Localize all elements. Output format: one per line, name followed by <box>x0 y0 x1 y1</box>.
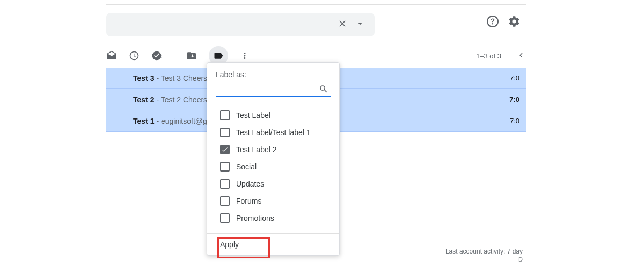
checkbox-icon[interactable] <box>220 145 230 154</box>
search-bar[interactable] <box>106 13 375 36</box>
checkbox-icon[interactable] <box>220 213 230 223</box>
label-search-input[interactable] <box>216 83 331 97</box>
footer-small: D <box>518 256 523 263</box>
popup-title: Label as: <box>207 70 339 83</box>
email-subject: Test 3 <box>133 74 154 83</box>
clear-search-icon[interactable] <box>337 18 348 31</box>
label-item[interactable]: Test Label <box>207 107 339 124</box>
more-icon[interactable] <box>240 51 250 61</box>
email-subject: Test 1 <box>133 117 154 125</box>
email-subject: Test 2 <box>133 95 154 104</box>
checkbox-icon[interactable] <box>220 128 230 137</box>
label-item[interactable]: Forums <box>207 192 339 210</box>
apply-button[interactable]: Apply <box>207 234 339 255</box>
footer-activity: Last account activity: 7 day <box>445 248 523 255</box>
label-name: Test Label 2 <box>236 145 277 154</box>
label-item[interactable]: Social <box>207 158 339 175</box>
checkbox-icon[interactable] <box>220 162 230 172</box>
email-preview: - euginitsoft@g <box>156 117 207 125</box>
label-name: Test Label <box>236 111 270 120</box>
label-item[interactable]: Test Label/Test label 1 <box>207 124 339 141</box>
label-item[interactable]: Promotions <box>207 210 339 227</box>
label-name: Test Label/Test label 1 <box>236 128 311 137</box>
label-item[interactable]: Test Label 2 <box>207 141 339 158</box>
email-time: 7:0 <box>510 117 519 125</box>
label-item[interactable]: Updates <box>207 175 339 192</box>
email-time: 7:0 <box>510 74 519 82</box>
add-task-icon[interactable] <box>151 50 162 61</box>
mark-read-icon[interactable] <box>106 50 117 61</box>
email-preview: - Test 2 Cheers <box>156 95 207 104</box>
checkbox-icon[interactable] <box>220 179 230 189</box>
email-time: 7:0 <box>509 95 519 103</box>
label-as-popup: Label as: Test LabelTest Label/Test labe… <box>207 62 340 256</box>
checkbox-icon[interactable] <box>220 110 230 120</box>
search-icon <box>319 84 328 96</box>
snooze-icon[interactable] <box>129 50 140 61</box>
settings-gear-icon[interactable] <box>508 15 521 30</box>
move-to-icon[interactable] <box>186 50 197 61</box>
email-preview: - Test 3 Cheers <box>156 74 207 83</box>
label-name: Forums <box>236 197 261 205</box>
label-name: Updates <box>236 180 264 188</box>
search-options-dropdown-icon[interactable] <box>355 19 365 31</box>
label-name: Promotions <box>236 214 274 222</box>
help-icon[interactable] <box>486 15 499 30</box>
checkbox-icon[interactable] <box>220 196 230 206</box>
pagination-count: 1–3 of 3 <box>476 52 501 60</box>
label-name: Social <box>236 162 257 171</box>
toolbar-separator <box>174 50 174 61</box>
prev-page-icon[interactable] <box>516 50 526 62</box>
